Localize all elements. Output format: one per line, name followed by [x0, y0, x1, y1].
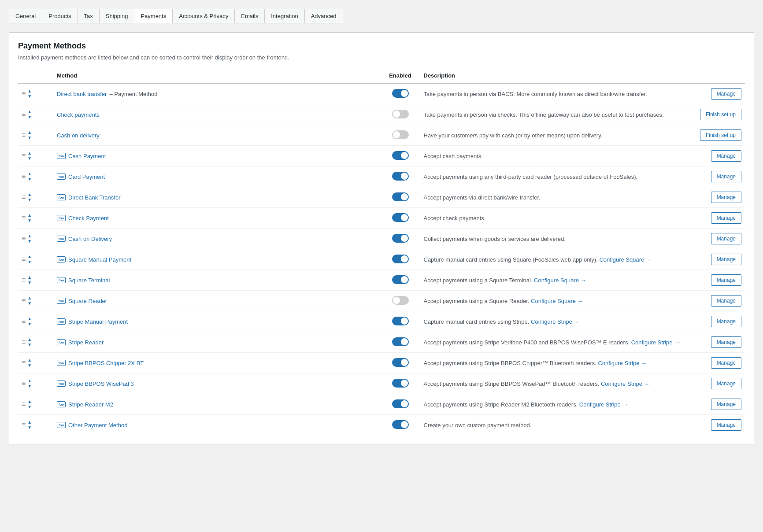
config-link[interactable]: Configure Square →	[599, 256, 652, 263]
method-name-link[interactable]: Cash on delivery	[57, 132, 100, 139]
config-link[interactable]: Configure Stripe →	[531, 318, 580, 325]
sort-down-button[interactable]: ▼	[27, 197, 32, 203]
drag-handle-icon[interactable]: ≡	[22, 318, 26, 325]
sort-up-button[interactable]: ▲	[27, 337, 32, 342]
sort-up-button[interactable]: ▲	[27, 213, 32, 218]
tab-emails[interactable]: Emails	[234, 9, 264, 23]
toggle-switch[interactable]	[392, 151, 409, 160]
sort-down-button[interactable]: ▼	[27, 218, 32, 223]
tab-products[interactable]: Products	[42, 9, 77, 23]
finish-setup-button[interactable]: Finish set up	[700, 109, 741, 120]
manage-button[interactable]: Manage	[711, 336, 741, 348]
manage-button[interactable]: Manage	[711, 233, 741, 244]
sort-up-button[interactable]: ▲	[27, 109, 32, 115]
toggle-switch[interactable]	[392, 399, 409, 408]
drag-handle-icon[interactable]: ≡	[22, 400, 26, 408]
sort-up-button[interactable]: ▲	[27, 316, 32, 321]
sort-down-button[interactable]: ▼	[27, 363, 32, 368]
method-name-link[interactable]: Stripe Reader	[68, 339, 104, 346]
sort-up-button[interactable]: ▲	[27, 378, 32, 384]
drag-handle-icon[interactable]: ≡	[22, 276, 26, 284]
config-link[interactable]: Configure Stripe →	[631, 339, 680, 346]
tab-advanced[interactable]: Advanced	[304, 9, 343, 23]
method-name-link[interactable]: Square Terminal	[68, 277, 110, 284]
tab-shipping[interactable]: Shipping	[99, 9, 134, 23]
toggle-switch[interactable]	[392, 89, 409, 98]
method-name-link[interactable]: Cash on Delivery	[68, 236, 112, 242]
sort-up-button[interactable]: ▲	[27, 192, 32, 197]
toggle-switch[interactable]	[392, 296, 409, 305]
method-name-link[interactable]: Stripe Reader M2	[68, 401, 113, 408]
toggle-switch[interactable]	[392, 337, 409, 346]
sort-up-button[interactable]: ▲	[27, 399, 32, 404]
method-name-link[interactable]: Check Payment	[68, 215, 109, 222]
finish-setup-button[interactable]: Finish set up	[700, 129, 741, 141]
sort-up-button[interactable]: ▲	[27, 233, 32, 239]
manage-button[interactable]: Manage	[711, 88, 741, 100]
sort-down-button[interactable]: ▼	[27, 156, 32, 161]
sort-up-button[interactable]: ▲	[27, 254, 32, 259]
toggle-switch[interactable]	[392, 358, 409, 367]
config-link[interactable]: Configure Square →	[534, 277, 586, 284]
method-name-link[interactable]: Direct Bank Transfer	[68, 194, 121, 201]
sort-down-button[interactable]: ▼	[27, 115, 32, 120]
method-name-link[interactable]: Stripe Manual Payment	[68, 318, 128, 325]
toggle-switch[interactable]	[392, 255, 409, 263]
sort-down-button[interactable]: ▼	[27, 425, 32, 430]
toggle-switch[interactable]	[392, 130, 409, 139]
config-link[interactable]: Configure Square →	[531, 298, 583, 304]
sort-down-button[interactable]: ▼	[27, 135, 32, 140]
drag-handle-icon[interactable]: ≡	[22, 255, 26, 263]
manage-button[interactable]: Manage	[711, 254, 741, 265]
sort-down-button[interactable]: ▼	[27, 177, 32, 182]
sort-down-button[interactable]: ▼	[27, 280, 32, 285]
method-name-link[interactable]: Card Payment	[68, 174, 105, 180]
drag-handle-icon[interactable]: ≡	[22, 421, 26, 429]
method-name-link[interactable]: Stripe BBPOS Chipper 2X BT	[68, 360, 144, 366]
sort-down-button[interactable]: ▼	[27, 94, 32, 99]
sort-up-button[interactable]: ▲	[27, 275, 32, 280]
drag-handle-icon[interactable]: ≡	[22, 338, 26, 346]
toggle-switch[interactable]	[392, 234, 409, 243]
method-name-link[interactable]: Check payments	[57, 111, 100, 118]
drag-handle-icon[interactable]: ≡	[22, 359, 26, 367]
sort-down-button[interactable]: ▼	[27, 301, 32, 306]
toggle-switch[interactable]	[392, 213, 409, 222]
sort-down-button[interactable]: ▼	[27, 321, 32, 327]
sort-up-button[interactable]: ▲	[27, 89, 32, 94]
manage-button[interactable]: Manage	[711, 378, 741, 389]
sort-down-button[interactable]: ▼	[27, 239, 32, 244]
tab-tax[interactable]: Tax	[78, 9, 99, 23]
drag-handle-icon[interactable]: ≡	[22, 214, 26, 222]
sort-up-button[interactable]: ▲	[27, 358, 32, 363]
manage-button[interactable]: Manage	[711, 399, 741, 410]
drag-handle-icon[interactable]: ≡	[22, 152, 26, 160]
manage-button[interactable]: Manage	[711, 357, 741, 369]
manage-button[interactable]: Manage	[711, 150, 741, 162]
tab-general[interactable]: General	[9, 9, 42, 23]
sort-up-button[interactable]: ▲	[27, 151, 32, 156]
manage-button[interactable]: Manage	[711, 295, 741, 307]
config-link[interactable]: Configure Stripe →	[579, 401, 628, 408]
sort-up-button[interactable]: ▲	[27, 130, 32, 135]
drag-handle-icon[interactable]: ≡	[22, 131, 26, 139]
toggle-switch[interactable]	[392, 192, 409, 201]
tab-payments[interactable]: Payments	[134, 9, 172, 23]
manage-button[interactable]: Manage	[711, 212, 741, 224]
tab-accounts-privacy[interactable]: Accounts & Privacy	[172, 9, 234, 23]
sort-down-button[interactable]: ▼	[27, 259, 32, 265]
manage-button[interactable]: Manage	[711, 171, 741, 182]
sort-down-button[interactable]: ▼	[27, 384, 32, 389]
method-name-link[interactable]: Direct bank transfer	[57, 91, 107, 97]
manage-button[interactable]: Manage	[711, 192, 741, 203]
drag-handle-icon[interactable]: ≡	[22, 235, 26, 243]
drag-handle-icon[interactable]: ≡	[22, 193, 26, 201]
sort-down-button[interactable]: ▼	[27, 342, 32, 347]
toggle-switch[interactable]	[392, 275, 409, 284]
toggle-switch[interactable]	[392, 420, 409, 429]
config-link[interactable]: Configure Stripe →	[601, 381, 650, 387]
manage-button[interactable]: Manage	[711, 419, 741, 431]
toggle-switch[interactable]	[392, 110, 409, 118]
method-name-link[interactable]: Stripe BBPOS WisePad 3	[68, 381, 134, 387]
manage-button[interactable]: Manage	[711, 316, 741, 327]
